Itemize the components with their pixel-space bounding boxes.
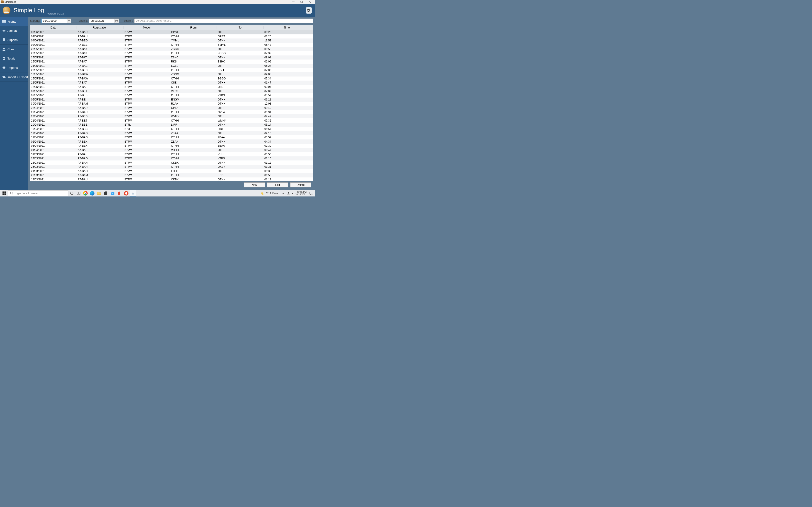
table-cell: ZBAA [217,136,263,139]
table-cell: OTHH [170,165,217,168]
column-header-registration[interactable]: Registration [77,26,123,29]
sidebar-item-aircraft[interactable]: Aircraft [0,26,28,35]
table-row[interactable]: 12/05/2021A7-BATB77WOTHHOIIE02:07 [30,85,313,89]
table-row[interactable]: 09/06/2021A7-BAUB77WOPSTOTHH03:26 [30,30,313,35]
sidebar-item-totals[interactable]: Totals [0,54,28,63]
table-row[interactable]: 12/04/2021A7-BAGB77WOTHHZBAA03:52 [30,135,313,139]
tray-chevron[interactable] [280,190,286,197]
table-row[interactable]: 09/06/2021A7-BAUB77WOTHHOPST03:20 [30,35,313,39]
sidebar-item-flights[interactable]: Flights [0,17,28,26]
table-row[interactable]: 30/04/2021A7-BAMB77WRJAAOTHH12:03 [30,102,313,106]
table-row[interactable]: 21/05/2021A7-BACB77WEGLLOTHH06:24 [30,64,313,68]
column-header-model[interactable]: Model [123,26,170,29]
taskbar-clock[interactable]: 10:15 PM 10/28/2021 [295,191,307,196]
minimize-button[interactable] [289,0,298,4]
table-row[interactable]: 21/03/2021A7-BAOB77WEDDFOTHH05:38 [30,169,313,173]
table-row[interactable]: 21/04/2021A7-BEJB77WOTHHWMKK07:32 [30,118,313,123]
table-cell: A7-BBE [77,123,123,126]
table-row[interactable]: 27/03/2021A7-BAOB77WOTHHVTBS06:16 [30,156,313,161]
sidebar-item-crew[interactable]: Crew [0,45,28,54]
table-row[interactable]: 31/03/2021A7-BAIB77WOTHHVHHH03:50 [30,152,313,156]
delete-button[interactable]: Delete [290,182,311,187]
table-row[interactable]: 12/05/2021A7-BATB77WOIIEOTHH01:47 [30,80,313,85]
table-row[interactable]: 27/04/2021A7-BAUB77WOTHHOPLA03:31 [30,110,313,114]
svg-point-30 [132,193,134,194]
sidebar-item-import-export[interactable]: Import & Export [0,72,28,82]
table-row[interactable]: 28/05/2021A7-BAYB77WZGGGOTHH03:58 [30,47,313,51]
table-row[interactable]: 01/04/2021A7-BAIB77WVHHHOTHH08:47 [30,148,313,152]
column-header-time[interactable]: Time [263,26,310,29]
tray-volume[interactable] [291,190,295,197]
table-cell: 28/04/2021 [30,106,77,110]
taskbar-app-store[interactable] [102,190,109,197]
taskbar-app-java[interactable] [130,190,136,197]
table-cell: 28/05/2021 [30,52,77,55]
table-row[interactable]: 15/05/2021A7-BAWB77WOTHHZGGG07:34 [30,76,313,81]
close-button[interactable] [306,0,314,4]
table-cell: WMKK [170,115,217,118]
taskbar-app-explorer[interactable] [96,190,102,197]
table-cell: 07:09 [263,69,310,72]
taskbar-app-mail[interactable] [109,190,116,197]
ending-date-picker-button[interactable] [114,18,119,23]
taskbar-search[interactable]: Type here to search [8,190,68,196]
table-row[interactable]: 20/05/2021A7-BEDB77WOTHHEGLL07:09 [30,68,313,72]
new-button[interactable]: New [244,182,265,187]
table-cell: 03:52 [263,136,310,139]
app-header: Simple Log Version: 0.2.1c [0,4,315,17]
column-header-date[interactable]: Date [30,26,77,29]
table-row[interactable]: 28/05/2021A7-BAYB77WOTHHZGGG07:32 [30,51,313,55]
table-cell: A7-BAY [77,48,123,51]
starting-date-picker-button[interactable] [67,18,71,23]
table-cell: OKBK [170,161,217,164]
table-row[interactable]: 20/04/2021A7-BBEB77LLIRFOTHH05:14 [30,123,313,127]
taskbar-app-chrome[interactable] [82,190,89,197]
edit-button[interactable]: Edit [267,182,288,187]
table-row[interactable]: 20/03/2021A7-BAMB77WOTHHEDDF06:58 [30,173,313,177]
cortana-button[interactable] [68,190,75,197]
table-row[interactable]: 02/06/2021A7-BEEB77WOTHHYMML06:43 [30,43,313,47]
table-row[interactable]: 06/04/2021A7-BEKB77WZBAAOTHH04:34 [30,139,313,144]
table-row[interactable]: 04/06/2021A7-BEGB77WYMMLOTHH13:53 [30,39,313,43]
table-row[interactable]: 25/05/2021A7-BATB77WRKSIZSHC02:09 [30,60,313,64]
sidebar-item-label: Import & Export [7,75,28,79]
table-row[interactable]: 23/04/2021A7-BEDB77WWMKKOTHH07:42 [30,114,313,119]
table-cell: 06/04/2021 [30,140,77,143]
table-cell: 06/04/2021 [30,144,77,147]
taskbar-weather[interactable]: 82°F Clear [261,191,278,195]
sidebar-item-reports[interactable]: Reports [0,63,28,72]
starting-date-input[interactable] [42,18,67,23]
column-header-to[interactable]: To [217,26,263,29]
taskbar-app-opera[interactable] [123,190,130,197]
table-row[interactable]: 25/03/2021A7-BAHB77WOTHHOKBK01:31 [30,165,313,169]
table-row[interactable]: 28/04/2021A7-BAUB77WOPLAOTHH03:49 [30,106,313,110]
table-row[interactable]: 25/05/2021A7-BATB77WZSHCOTHH09:01 [30,55,313,60]
table-row[interactable]: 06/04/2021A7-BEKB77WOTHHZBAA07:30 [30,144,313,148]
table-row[interactable]: 19/04/2021A7-BBCB77LOTHHLIRF05:57 [30,127,313,131]
tray-network[interactable] [286,190,291,197]
ending-date-input[interactable] [89,18,114,23]
task-view-button[interactable] [75,190,82,197]
sidebar-item-airports[interactable]: Airports [0,35,28,45]
notification-button[interactable]: 2 [308,190,315,197]
table-row[interactable]: 16/05/2021A7-BAWB77WZGGGOTHH04:08 [30,72,313,76]
table-row[interactable]: 19/03/2021A7-BAUB77WOKBKOTHH01:12 [30,177,313,181]
settings-button[interactable] [306,7,312,13]
table-row[interactable]: 25/03/2021A7-BAHB77WOKBKOTHH01:12 [30,161,313,165]
table-body[interactable]: 09/06/2021A7-BAUB77WOPSTOTHH03:2609/06/2… [30,30,313,181]
app-version: Version: 0.2.1c [47,12,64,15]
table-cell: OTHH [170,136,217,139]
table-cell: 06:21 [263,98,310,101]
start-button[interactable] [0,190,8,197]
table-row[interactable]: 07/05/2021A7-BESB77WOTHHVTBS05:59 [30,93,313,98]
table-cell: EDDF [217,174,263,177]
table-row[interactable]: 09/05/2021A7-BEJB77WVTBSOTHH07:09 [30,89,313,93]
table-row[interactable]: 12/04/2021A7-BAGB77WZBAAOTHH09:10 [30,131,313,135]
svg-line-24 [12,193,13,194]
taskbar-app-office[interactable] [116,190,123,197]
maximize-button[interactable] [298,0,306,4]
taskbar-app-edge[interactable] [89,190,96,197]
table-row[interactable]: 05/05/2021A7-BEIB77WENGMOTHH06:21 [30,98,313,102]
column-header-from[interactable]: From [170,26,217,29]
search-input[interactable] [134,18,313,23]
